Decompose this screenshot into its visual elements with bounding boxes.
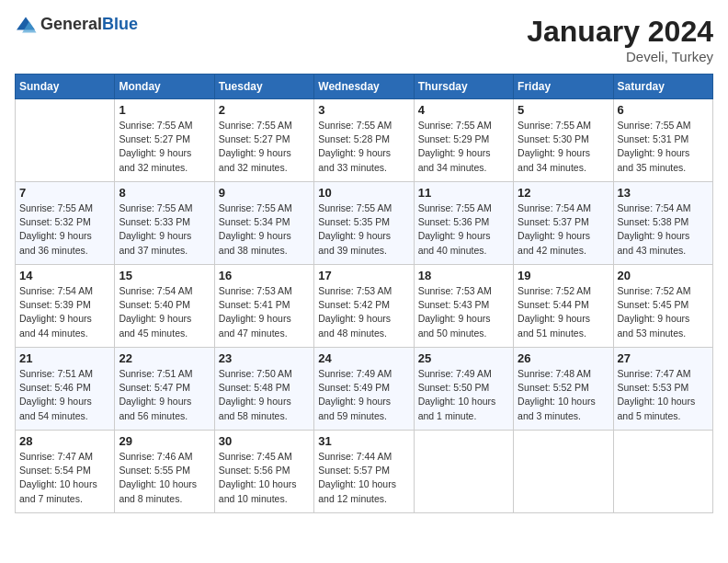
weekday-header: Monday: [115, 75, 214, 99]
calendar-cell: 19Sunrise: 7:52 AMSunset: 5:44 PMDayligh…: [514, 265, 613, 348]
month-title: January 2024: [527, 15, 713, 49]
calendar-cell: 24Sunrise: 7:49 AMSunset: 5:49 PMDayligh…: [314, 348, 414, 431]
calendar-cell: 13Sunrise: 7:54 AMSunset: 5:38 PMDayligh…: [613, 182, 712, 265]
day-info: Sunrise: 7:55 AMSunset: 5:36 PMDaylight:…: [418, 201, 509, 258]
calendar-cell: 6Sunrise: 7:55 AMSunset: 5:31 PMDaylight…: [613, 99, 712, 182]
day-info: Sunrise: 7:47 AMSunset: 5:54 PMDaylight:…: [19, 450, 110, 506]
day-info: Sunrise: 7:53 AMSunset: 5:41 PMDaylight:…: [219, 284, 310, 340]
calendar-cell: 2Sunrise: 7:55 AMSunset: 5:27 PMDaylight…: [214, 99, 313, 182]
calendar-week-row: 14Sunrise: 7:54 AMSunset: 5:39 PMDayligh…: [16, 265, 713, 348]
day-info: Sunrise: 7:51 AMSunset: 5:47 PMDaylight:…: [119, 367, 210, 423]
day-info: Sunrise: 7:53 AMSunset: 5:43 PMDaylight:…: [418, 284, 509, 340]
day-number: 23: [219, 351, 310, 365]
calendar-cell: 8Sunrise: 7:55 AMSunset: 5:33 PMDaylight…: [115, 182, 214, 265]
day-number: 1: [119, 103, 210, 117]
day-number: 5: [518, 103, 609, 117]
day-number: 26: [518, 351, 609, 365]
day-info: Sunrise: 7:54 AMSunset: 5:40 PMDaylight:…: [119, 284, 210, 340]
weekday-header: Tuesday: [214, 75, 313, 99]
calendar-cell: 29Sunrise: 7:46 AMSunset: 5:55 PMDayligh…: [115, 431, 214, 513]
day-number: 24: [318, 351, 409, 365]
logo-blue: Blue: [102, 15, 138, 33]
day-info: Sunrise: 7:55 AMSunset: 5:33 PMDaylight:…: [119, 201, 210, 258]
day-number: 3: [318, 103, 409, 117]
day-info: Sunrise: 7:49 AMSunset: 5:50 PMDaylight:…: [418, 367, 509, 423]
calendar-cell: 31Sunrise: 7:44 AMSunset: 5:57 PMDayligh…: [314, 431, 414, 513]
calendar-cell: 11Sunrise: 7:55 AMSunset: 5:36 PMDayligh…: [414, 182, 513, 265]
day-info: Sunrise: 7:55 AMSunset: 5:27 PMDaylight:…: [219, 119, 310, 175]
calendar-cell: 4Sunrise: 7:55 AMSunset: 5:29 PMDaylight…: [414, 99, 513, 182]
day-number: 15: [119, 269, 210, 282]
day-info: Sunrise: 7:55 AMSunset: 5:28 PMDaylight:…: [318, 119, 409, 175]
day-number: 16: [219, 269, 310, 282]
day-info: Sunrise: 7:55 AMSunset: 5:27 PMDaylight:…: [119, 119, 210, 175]
day-info: Sunrise: 7:47 AMSunset: 5:53 PMDaylight:…: [618, 367, 709, 423]
calendar-header: SundayMondayTuesdayWednesdayThursdayFrid…: [16, 75, 713, 99]
calendar-cell: 28Sunrise: 7:47 AMSunset: 5:54 PMDayligh…: [16, 431, 115, 513]
day-info: Sunrise: 7:44 AMSunset: 5:57 PMDaylight:…: [318, 450, 409, 506]
calendar-cell: 3Sunrise: 7:55 AMSunset: 5:28 PMDaylight…: [314, 99, 414, 182]
calendar-week-row: 21Sunrise: 7:51 AMSunset: 5:46 PMDayligh…: [16, 348, 713, 431]
calendar-cell: 30Sunrise: 7:45 AMSunset: 5:56 PMDayligh…: [214, 431, 313, 513]
day-number: 13: [618, 186, 709, 200]
day-info: Sunrise: 7:54 AMSunset: 5:37 PMDaylight:…: [518, 201, 609, 258]
page-header: GeneralBlue January 2024 Develi, Turkey: [15, 15, 713, 64]
day-number: 18: [418, 269, 509, 282]
day-info: Sunrise: 7:53 AMSunset: 5:42 PMDaylight:…: [318, 284, 409, 340]
weekday-header: Thursday: [414, 75, 513, 99]
weekday-header: Sunday: [16, 75, 115, 99]
day-number: 11: [418, 186, 509, 200]
calendar-week-row: 7Sunrise: 7:55 AMSunset: 5:32 PMDaylight…: [16, 182, 713, 265]
day-number: 28: [19, 434, 110, 448]
day-number: 9: [219, 186, 310, 200]
day-number: 30: [219, 434, 310, 448]
calendar-body: 1Sunrise: 7:55 AMSunset: 5:27 PMDaylight…: [16, 99, 713, 513]
day-number: 29: [119, 434, 210, 448]
calendar-cell: [613, 431, 712, 513]
calendar-cell: [16, 99, 115, 182]
calendar-cell: 7Sunrise: 7:55 AMSunset: 5:32 PMDaylight…: [16, 182, 115, 265]
day-info: Sunrise: 7:54 AMSunset: 5:38 PMDaylight:…: [618, 201, 709, 258]
calendar-cell: 26Sunrise: 7:48 AMSunset: 5:52 PMDayligh…: [514, 348, 613, 431]
day-info: Sunrise: 7:55 AMSunset: 5:32 PMDaylight:…: [19, 201, 110, 258]
calendar-cell: 17Sunrise: 7:53 AMSunset: 5:42 PMDayligh…: [314, 265, 414, 348]
weekday-header: Saturday: [613, 75, 712, 99]
calendar-cell: 21Sunrise: 7:51 AMSunset: 5:46 PMDayligh…: [16, 348, 115, 431]
day-info: Sunrise: 7:46 AMSunset: 5:55 PMDaylight:…: [119, 450, 210, 506]
calendar-cell: 25Sunrise: 7:49 AMSunset: 5:50 PMDayligh…: [414, 348, 513, 431]
day-number: 7: [19, 186, 110, 200]
day-number: 2: [219, 103, 310, 117]
day-number: 4: [418, 103, 509, 117]
day-number: 8: [119, 186, 210, 200]
calendar-cell: [414, 431, 513, 513]
day-number: 21: [19, 351, 110, 365]
location: Develi, Turkey: [527, 49, 713, 64]
calendar-cell: 20Sunrise: 7:52 AMSunset: 5:45 PMDayligh…: [613, 265, 712, 348]
day-number: 20: [618, 269, 709, 282]
logo-general: General: [40, 15, 102, 33]
calendar-cell: 9Sunrise: 7:55 AMSunset: 5:34 PMDaylight…: [214, 182, 313, 265]
day-number: 6: [618, 103, 709, 117]
logo: GeneralBlue: [15, 15, 138, 34]
day-info: Sunrise: 7:48 AMSunset: 5:52 PMDaylight:…: [518, 367, 609, 423]
day-info: Sunrise: 7:54 AMSunset: 5:39 PMDaylight:…: [19, 284, 110, 340]
day-info: Sunrise: 7:55 AMSunset: 5:34 PMDaylight:…: [219, 201, 310, 258]
day-number: 31: [318, 434, 409, 448]
day-number: 14: [19, 269, 110, 282]
calendar-cell: 22Sunrise: 7:51 AMSunset: 5:47 PMDayligh…: [115, 348, 214, 431]
weekday-row: SundayMondayTuesdayWednesdayThursdayFrid…: [16, 75, 713, 99]
logo-text: GeneralBlue: [40, 15, 138, 34]
calendar-cell: 18Sunrise: 7:53 AMSunset: 5:43 PMDayligh…: [414, 265, 513, 348]
day-number: 10: [318, 186, 409, 200]
day-number: 22: [119, 351, 210, 365]
calendar-cell: 10Sunrise: 7:55 AMSunset: 5:35 PMDayligh…: [314, 182, 414, 265]
calendar-cell: 14Sunrise: 7:54 AMSunset: 5:39 PMDayligh…: [16, 265, 115, 348]
day-number: 25: [418, 351, 509, 365]
day-info: Sunrise: 7:55 AMSunset: 5:29 PMDaylight:…: [418, 119, 509, 175]
calendar-week-row: 1Sunrise: 7:55 AMSunset: 5:27 PMDaylight…: [16, 99, 713, 182]
day-info: Sunrise: 7:55 AMSunset: 5:30 PMDaylight:…: [518, 119, 609, 175]
calendar-cell: 5Sunrise: 7:55 AMSunset: 5:30 PMDaylight…: [514, 99, 613, 182]
day-info: Sunrise: 7:51 AMSunset: 5:46 PMDaylight:…: [19, 367, 110, 423]
calendar-table: SundayMondayTuesdayWednesdayThursdayFrid…: [15, 74, 713, 513]
day-info: Sunrise: 7:55 AMSunset: 5:35 PMDaylight:…: [318, 201, 409, 258]
